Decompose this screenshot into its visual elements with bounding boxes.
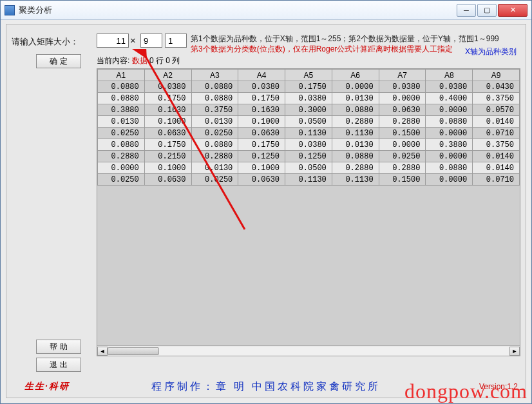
table-cell[interactable]: 0.0880 <box>98 139 145 151</box>
table-cell[interactable]: 0.0000 <box>426 104 473 116</box>
scroll-left-arrow[interactable]: ◄ <box>97 347 108 356</box>
table-cell[interactable]: 0.0880 <box>191 93 238 104</box>
table-cell[interactable]: 0.4000 <box>426 93 473 104</box>
table-cell[interactable]: 0.0140 <box>473 151 520 162</box>
table-cell[interactable]: 0.0000 <box>379 139 426 151</box>
table-cell[interactable]: 0.1130 <box>332 128 379 139</box>
table-cell[interactable]: 0.3750 <box>473 93 520 104</box>
table-cell[interactable]: 0.0630 <box>238 128 285 139</box>
table-cell[interactable]: 0.1500 <box>379 128 426 139</box>
minimize-button[interactable]: ─ <box>457 4 476 17</box>
table-cell[interactable]: 0.0380 <box>379 81 426 93</box>
table-row[interactable]: 0.02500.06300.02500.06300.11300.11300.15… <box>98 174 520 186</box>
table-cell[interactable]: 0.0880 <box>426 116 473 128</box>
table-cell[interactable]: 0.0880 <box>332 104 379 116</box>
table-cell[interactable]: 0.0140 <box>473 116 520 128</box>
scroll-thumb[interactable] <box>108 347 159 355</box>
table-cell[interactable]: 0.0630 <box>379 104 426 116</box>
table-cell[interactable]: 0.0000 <box>426 128 473 139</box>
table-cell[interactable]: 0.0500 <box>285 162 332 174</box>
table-cell[interactable]: 0.1750 <box>144 139 191 151</box>
help-button[interactable]: 帮 助 <box>36 340 81 354</box>
table-cell[interactable]: 0.0710 <box>473 174 520 186</box>
table-cell[interactable]: 0.0570 <box>473 104 520 116</box>
table-cell[interactable]: 0.0250 <box>379 151 426 162</box>
category-count-input[interactable] <box>165 34 187 48</box>
table-cell[interactable]: 0.2880 <box>332 162 379 174</box>
table-cell[interactable]: 0.1000 <box>238 162 285 174</box>
data-grid[interactable]: A1A2A3A4A5A6A7A8A9 0.08800.03800.08800.0… <box>97 69 520 186</box>
table-cell[interactable]: 0.1750 <box>238 93 285 104</box>
table-cell[interactable]: 0.1500 <box>379 174 426 186</box>
table-cell[interactable]: 0.1250 <box>238 151 285 162</box>
scroll-track[interactable] <box>108 347 509 356</box>
table-cell[interactable]: 0.0880 <box>98 93 145 104</box>
column-header[interactable]: A2 <box>144 70 191 81</box>
table-cell[interactable]: 0.2880 <box>379 116 426 128</box>
table-cell[interactable]: 0.0130 <box>98 116 145 128</box>
table-cell[interactable]: 0.1130 <box>285 174 332 186</box>
table-cell[interactable]: 0.2880 <box>191 151 238 162</box>
table-cell[interactable]: 0.0000 <box>426 151 473 162</box>
table-row[interactable]: 0.02500.06300.02500.06300.11300.11300.15… <box>98 128 520 139</box>
table-cell[interactable]: 0.1000 <box>144 162 191 174</box>
column-header[interactable]: A1 <box>98 70 145 81</box>
table-cell[interactable]: 0.0880 <box>98 81 145 93</box>
table-cell[interactable]: 0.0000 <box>379 93 426 104</box>
data-grid-scroll[interactable]: A1A2A3A4A5A6A7A8A9 0.08800.03800.08800.0… <box>97 69 520 345</box>
table-cell[interactable]: 0.3880 <box>426 139 473 151</box>
table-cell[interactable]: 0.3750 <box>191 104 238 116</box>
table-cell[interactable]: 0.1750 <box>285 81 332 93</box>
scroll-right-arrow[interactable]: ► <box>509 347 520 356</box>
table-row[interactable]: 0.01300.10000.01300.10000.05000.28800.28… <box>98 116 520 128</box>
exit-button[interactable]: 退 出 <box>36 358 81 372</box>
table-row[interactable]: 0.08800.17500.08800.17500.03800.01300.00… <box>98 139 520 151</box>
table-cell[interactable]: 0.0880 <box>191 81 238 93</box>
table-cell[interactable]: 0.0880 <box>191 139 238 151</box>
table-row[interactable]: 0.08800.03800.08800.03800.17500.00000.03… <box>98 81 520 93</box>
table-cell[interactable]: 0.1750 <box>238 139 285 151</box>
column-header[interactable]: A8 <box>426 70 473 81</box>
table-cell[interactable]: 0.0250 <box>191 174 238 186</box>
table-cell[interactable]: 0.1630 <box>144 104 191 116</box>
maximize-button[interactable]: ▢ <box>477 4 497 17</box>
table-cell[interactable]: 0.1250 <box>285 151 332 162</box>
table-cell[interactable]: 0.0880 <box>426 162 473 174</box>
table-cell[interactable]: 0.0140 <box>473 162 520 174</box>
table-cell[interactable]: 0.0130 <box>191 162 238 174</box>
table-cell[interactable]: 0.2880 <box>98 151 145 162</box>
table-cell[interactable]: 0.3880 <box>98 104 145 116</box>
horizontal-scrollbar[interactable]: ◄ ► <box>97 345 520 356</box>
table-cell[interactable]: 0.0130 <box>332 139 379 151</box>
column-header[interactable]: A5 <box>285 70 332 81</box>
table-cell[interactable]: 0.0430 <box>473 81 520 93</box>
table-cell[interactable]: 0.0880 <box>332 151 379 162</box>
column-header[interactable]: A6 <box>332 70 379 81</box>
table-cell[interactable]: 0.2880 <box>332 116 379 128</box>
column-header[interactable]: A7 <box>379 70 426 81</box>
table-cell[interactable]: 0.0000 <box>332 81 379 93</box>
column-header[interactable]: A3 <box>191 70 238 81</box>
table-cell[interactable]: 0.0000 <box>426 174 473 186</box>
table-cell[interactable]: 0.0630 <box>238 174 285 186</box>
table-cell[interactable]: 0.1000 <box>144 116 191 128</box>
table-cell[interactable]: 0.0130 <box>191 116 238 128</box>
table-cell[interactable]: 0.0250 <box>98 128 145 139</box>
table-cell[interactable]: 0.0380 <box>238 81 285 93</box>
table-cell[interactable]: 0.0380 <box>144 81 191 93</box>
table-cell[interactable]: 0.1130 <box>332 174 379 186</box>
table-cell[interactable]: 0.0630 <box>144 174 191 186</box>
table-cell[interactable]: 0.2880 <box>379 162 426 174</box>
table-cell[interactable]: 0.3000 <box>285 104 332 116</box>
table-row[interactable]: 0.38800.16300.37500.16300.30000.08800.06… <box>98 104 520 116</box>
table-cell[interactable]: 0.1000 <box>238 116 285 128</box>
table-cell[interactable]: 0.0250 <box>191 128 238 139</box>
table-cell[interactable]: 0.0250 <box>98 174 145 186</box>
table-row[interactable]: 0.28800.21500.28800.12500.12500.08800.02… <box>98 151 520 162</box>
table-cell[interactable]: 0.0000 <box>98 162 145 174</box>
close-button[interactable]: ✕ <box>498 4 527 17</box>
table-row[interactable]: 0.08800.17500.08800.17500.03800.01300.00… <box>98 93 520 104</box>
table-cell[interactable]: 0.1750 <box>144 93 191 104</box>
column-header[interactable]: A4 <box>238 70 285 81</box>
table-cell[interactable]: 0.0500 <box>285 116 332 128</box>
